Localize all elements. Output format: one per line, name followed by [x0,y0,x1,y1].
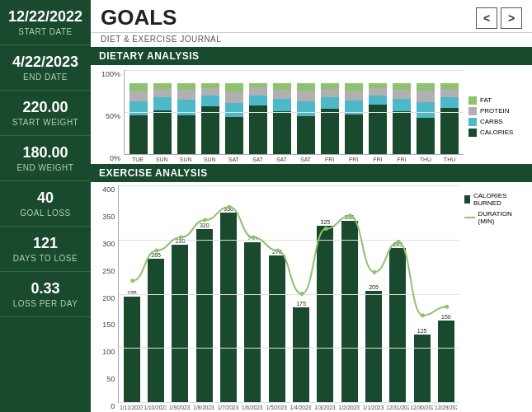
bar-segment-6-2 [273,90,291,99]
bar-segment-0-3 [129,83,148,91]
exercise-bar-group-12: 125 [411,328,433,402]
exercise-x-label-4: 1/7/2023 [217,405,239,410]
bar-segment-9-0 [345,115,363,154]
exercise-bar-10 [365,291,382,402]
bar-segment-8-0 [321,109,339,154]
legend-label-2: CARBS [480,118,503,125]
exercise-bar-group-5: 295 [242,236,264,402]
next-button[interactable]: > [501,7,522,29]
bar-segment-3-0 [201,106,219,154]
exercise-bar-4 [220,213,237,402]
bar-segment-10-2 [369,88,387,96]
sidebar-item-end-date: 4/22/2023END DATE [0,45,91,91]
dietary-x-label-7: SAT [295,157,317,162]
dietary-chart-area: 100% 50% 0% TUESUNSUNSUNSATSATSATSATFRI [91,65,532,164]
bar-segment-13-0 [440,108,459,154]
exercise-x-label-11: 12/31/2022 [386,405,408,410]
exercise-bar-value-12: 125 [417,328,427,334]
y-label-50: 50% [106,112,120,120]
dietary-bar-stack-9 [345,83,363,154]
exercise-bar-13 [438,321,454,402]
dietary-x-label-3: SUN [199,157,220,162]
dietary-x-label-10: FRI [367,157,388,162]
bar-segment-4-2 [225,91,243,103]
exercise-bar-0 [124,297,140,402]
dietary-bar-group-6 [271,83,293,154]
exercise-y-label-4: 200 [102,294,115,302]
exercise-bar-group-6: 270 [266,249,288,402]
duration-dot-0 [130,279,134,283]
bar-segment-1-2 [153,89,172,97]
bar-segment-1-3 [153,83,172,89]
exercise-legend-label-0: CALORIES BURNED [473,192,520,207]
exercise-y-label-3: 250 [102,267,115,275]
dietary-bar-stack-3 [201,83,219,154]
bar-segment-5-2 [249,87,267,95]
exercise-bar-value-2: 290 [176,238,186,244]
legend-label-3: CALORIES [480,129,513,136]
legend-swatch-1 [468,107,477,115]
bar-segment-13-1 [440,97,459,108]
bar-segment-0-2 [129,91,148,101]
bar-segment-4-3 [225,83,243,91]
exercise-chart-area: 400350300250200150100500 195265290320350… [91,182,532,412]
bar-segment-4-0 [225,117,243,154]
exercise-bar-12 [414,335,431,402]
bar-segment-7-1 [297,101,315,116]
exercise-y-label-8: 0 [111,402,115,410]
exercise-bar-1 [148,259,164,402]
exercise-x-label-6: 1/5/2023 [265,405,287,410]
dietary-legend-item-1: PROTEIN [468,107,520,115]
y-label-0: 0% [110,154,120,162]
charts-container: DIETARY ANALYSIS 100% 50% 0% [91,47,532,412]
bar-segment-4-1 [225,103,243,117]
prev-button[interactable]: < [476,7,497,29]
dietary-bar-stack-2 [177,83,195,154]
bar-segment-11-3 [393,83,411,90]
dietary-x-label-12: THU [415,157,436,162]
bar-segment-2-1 [177,100,195,115]
exercise-bar-value-9: 335 [345,214,355,220]
dietary-bar-group-2 [176,83,197,154]
legend-label-1: PROTEIN [480,107,510,115]
exercise-legend-label-1: DURATION (MIN) [478,210,521,225]
exercise-x-label-3: 1/8/2023 [192,405,214,410]
bar-segment-9-2 [345,91,363,101]
legend-swatch-2 [468,118,477,126]
sidebar-label-end-date: END DATE [7,73,84,82]
exercise-bar-11 [389,248,406,402]
dietary-x-label-13: THU [439,157,460,162]
exercise-y-label-5: 150 [102,321,115,329]
exercise-y-label-7: 50 [106,375,115,383]
exercise-bar-value-10: 205 [369,284,379,290]
dietary-legend: FATPROTEINCARBSCALORIES [464,70,525,162]
exercise-bar-group-4: 350 [217,206,239,402]
bar-segment-13-3 [440,83,459,89]
bar-segment-1-0 [153,110,172,154]
sidebar-item-start-date: 12/22/2022START DATE [0,0,91,45]
sidebar-value-end-weight: 180.00 [7,144,84,162]
bar-segment-5-0 [249,105,267,154]
exercise-x-labels: 1/11/20231/10/20231/9/20231/8/20231/7/20… [118,403,459,410]
bar-segment-10-1 [369,96,387,105]
exercise-bar-value-11: 285 [393,241,403,247]
sidebar-value-start-date: 12/22/2022 [7,8,84,26]
exercise-x-label-10: 1/1/2023 [362,405,384,410]
exercise-x-label-1: 1/10/2023 [144,405,167,410]
exercise-x-label-13: 12/29/2022 [435,405,457,410]
dietary-bar-group-3 [200,83,221,154]
exercise-bar-value-13: 150 [441,314,451,320]
bar-segment-11-0 [393,111,411,154]
dietary-bar-group-1 [152,83,173,154]
exercise-bar-value-3: 320 [200,222,210,228]
exercise-x-label-7: 1/4/2023 [290,405,312,410]
sidebar-label-start-date: START DATE [7,27,84,36]
dietary-bar-group-5 [247,83,269,154]
exercise-bar-9 [341,221,358,402]
exercise-bar-value-1: 265 [151,252,161,258]
dietary-x-label-0: TUE [127,157,148,162]
dietary-x-label-2: SUN [175,157,196,162]
exercise-bar-group-10: 205 [362,284,384,402]
bar-segment-12-3 [417,83,435,91]
subtitle: DIET & EXERCISE JOURNAL [91,33,532,47]
